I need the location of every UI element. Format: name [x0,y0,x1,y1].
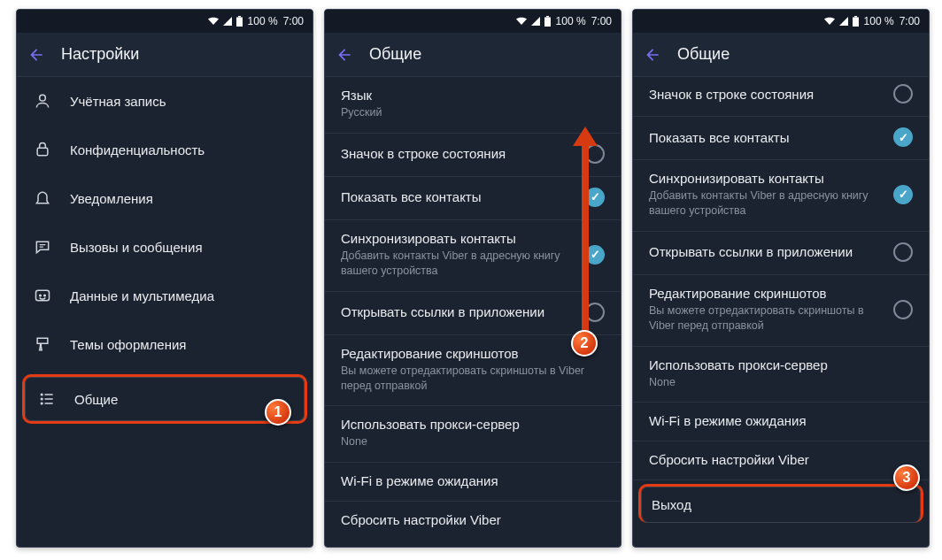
setting-title: Редактирование скриншотов [341,346,605,361]
time-text: 7:00 [900,15,920,27]
back-icon[interactable] [27,46,45,64]
svg-rect-0 [236,18,243,27]
svg-point-2 [40,95,46,101]
toggle-unchecked[interactable] [893,84,913,104]
setting-language[interactable]: Язык Русский [325,77,621,134]
setting-screenshot-edit[interactable]: Редактирование скриншотов Вы можете отре… [633,275,929,347]
statusbar: 100 % 7:00 [17,10,313,33]
setting-sub: None [341,434,605,449]
battery-text: 100 % [864,15,894,27]
battery-text: 100 % [248,15,278,27]
scroll-up-arrow-icon [582,144,589,348]
setting-wifi-idle[interactable]: Wi-Fi в режиме ожидания [633,403,929,441]
setting-sub: Русский [341,105,605,120]
signal-icons [208,16,243,27]
setting-title: Открывать ссылки в приложении [649,244,883,259]
setting-title: Значок в строке состояния [341,146,575,161]
step-badge-2: 2 [571,330,598,357]
row-notifications[interactable]: Уведомления [17,174,313,223]
setting-exit-highlighted[interactable]: Выход [638,484,923,523]
svg-rect-10 [544,18,551,27]
general-list-scrolled[interactable]: Значок в строке состояния Показать все к… [633,77,929,547]
settings-list: Учётная запись Конфиденциальность Уведом… [17,77,313,547]
row-label: Учётная запись [70,94,166,109]
general-list[interactable]: Язык Русский Значок в строке состояния П… [325,77,621,547]
setting-proxy[interactable]: Использовать прокси-сервер None [325,406,621,463]
setting-title: Синхронизировать контакты [341,231,575,246]
row-general-highlighted[interactable]: Общие [22,374,307,424]
setting-reset[interactable]: Сбросить настройки Viber [633,441,929,480]
signal-icons [516,16,551,27]
wifi-icon [208,17,219,26]
row-label: Конфиденциальность [70,142,205,157]
setting-title: Язык [341,88,605,103]
setting-title: Синхронизировать контакты [649,171,883,186]
lock-icon [33,140,52,159]
row-label: Вызовы и сообщения [70,240,203,255]
list-icon [37,389,57,409]
svg-point-5 [40,295,42,296]
svg-point-9 [41,403,42,404]
battery-icon [853,16,859,27]
row-data[interactable]: Данные и мультимедиа [17,272,313,320]
cell-icon [223,17,232,26]
setting-title: Wi-Fi в режиме ожидания [649,413,913,428]
page-title: Настройки [61,45,139,64]
row-label: Общие [74,392,118,407]
app-header: Общие [325,33,621,77]
row-label: Данные и мультимедиа [70,288,214,303]
battery-icon [544,16,551,27]
user-icon [33,91,52,111]
setting-sub: Вы можете отредактировать скриншоты в Vi… [341,364,605,394]
setting-open-links[interactable]: Открывать ссылки в приложении [325,292,621,335]
page-title: Общие [369,45,421,64]
svg-rect-1 [238,16,241,18]
setting-sync-contacts[interactable]: Синхронизировать контакты Добавить конта… [325,220,621,292]
back-icon[interactable] [336,46,353,64]
setting-status-icon[interactable]: Значок в строке состояния [633,77,929,117]
toggle-unchecked[interactable] [893,300,913,319]
svg-point-7 [41,394,42,395]
setting-sub: Вы можете отредактировать скриншоты в Vi… [649,303,883,334]
setting-open-links[interactable]: Открывать ссылки в приложении [633,232,929,275]
media-icon [33,286,52,305]
row-privacy[interactable]: Конфиденциальность [17,126,313,174]
time-text: 7:00 [591,15,612,27]
row-account[interactable]: Учётная запись [17,77,313,126]
setting-show-all-contacts[interactable]: Показать все контакты [633,117,929,160]
setting-sync-contacts[interactable]: Синхронизировать контакты Добавить конта… [633,160,929,232]
row-label: Уведомления [70,191,153,206]
setting-wifi-idle[interactable]: Wi-Fi в режиме ожидания [325,463,621,502]
toggle-checked[interactable] [893,185,913,204]
row-calls[interactable]: Вызовы и сообщения [17,223,313,272]
setting-show-all-contacts[interactable]: Показать все контакты [325,177,621,220]
battery-icon [236,16,243,27]
setting-title: Использовать прокси-сервер [649,357,913,372]
toggle-unchecked[interactable] [893,242,913,262]
setting-sub: Добавить контакты Viber в адресную книгу… [341,249,575,279]
setting-proxy[interactable]: Использовать прокси-сервер None [633,347,929,403]
setting-sub: None [649,375,913,390]
setting-title: Сбросить настройки Viber [341,512,605,527]
wifi-icon [824,17,835,26]
back-icon[interactable] [644,46,661,64]
app-header: Настройки [17,33,313,77]
setting-title: Wi-Fi в режиме ожидания [341,473,605,488]
setting-title: Показать все контакты [649,130,883,145]
svg-rect-12 [853,18,859,27]
row-themes[interactable]: Темы оформления [17,320,313,369]
setting-title: Выход [652,497,910,512]
setting-sub: Добавить контакты Viber в адресную книгу… [649,188,883,219]
chat-icon [33,237,52,257]
cell-icon [531,17,540,26]
row-label: Темы оформления [70,337,186,352]
cell-icon [839,17,848,26]
wifi-icon [516,17,527,26]
toggle-checked[interactable] [893,127,913,147]
statusbar: 100 % 7:00 [633,10,929,33]
step-badge-1: 1 [265,399,291,426]
setting-reset[interactable]: Сбросить настройки Viber [325,502,621,540]
phone-general-top: 100 % 7:00 Общие Язык Русский Значок в с… [324,9,622,548]
phone-settings: 100 % 7:00 Настройки Учётная запись Конф… [16,9,313,548]
svg-rect-3 [37,148,48,155]
